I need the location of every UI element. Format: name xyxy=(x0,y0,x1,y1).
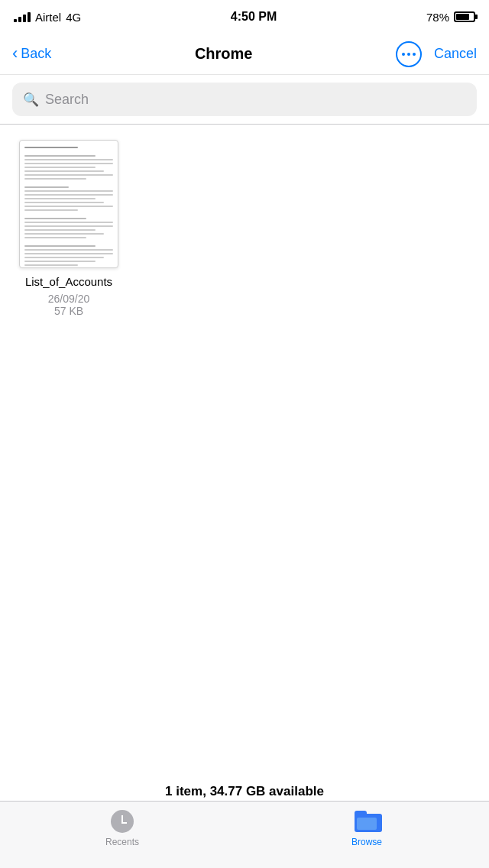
recents-tab-label: Recents xyxy=(105,837,139,847)
tab-bar: Recents Browse xyxy=(0,801,489,868)
battery-fill xyxy=(456,14,469,20)
browse-icon-wrap xyxy=(355,809,379,834)
network-label: 4G xyxy=(66,11,81,24)
search-placeholder: Search xyxy=(45,92,89,108)
cancel-button[interactable]: Cancel xyxy=(434,46,477,62)
storage-info: 1 item, 34.77 GB available xyxy=(165,784,324,798)
list-item[interactable]: List_of_Accounts 26/09/20 57 KB xyxy=(15,140,122,317)
nav-bar: ‹ Back Chrome Cancel xyxy=(0,34,489,75)
back-button[interactable]: ‹ Back xyxy=(12,46,51,62)
battery-icon xyxy=(454,11,475,22)
file-thumbnail xyxy=(19,140,118,268)
battery-pct-label: 78% xyxy=(426,11,449,24)
file-size: 57 KB xyxy=(54,305,83,317)
more-options-button[interactable] xyxy=(396,41,422,67)
search-bar[interactable]: 🔍 Search xyxy=(12,83,477,116)
search-container: 🔍 Search xyxy=(0,75,489,124)
tab-recents[interactable]: Recents xyxy=(84,809,160,847)
nav-title: Chrome xyxy=(195,45,253,63)
tab-browse[interactable]: Browse xyxy=(329,809,405,847)
signal-icon xyxy=(14,11,31,22)
search-icon: 🔍 xyxy=(23,92,39,108)
file-date: 26/09/20 xyxy=(48,293,90,305)
chevron-left-icon: ‹ xyxy=(12,45,18,62)
status-bar: Airtel 4G 4:50 PM 78% xyxy=(0,0,489,34)
ellipsis-icon xyxy=(402,53,416,56)
file-name: List_of_Accounts xyxy=(25,274,112,290)
recents-icon-wrap xyxy=(110,809,134,834)
folder-icon xyxy=(355,811,379,832)
browse-tab-label: Browse xyxy=(351,837,382,847)
file-grid: List_of_Accounts 26/09/20 57 KB xyxy=(0,125,489,332)
status-left: Airtel 4G xyxy=(14,11,81,24)
status-time: 4:50 PM xyxy=(231,10,277,24)
carrier-label: Airtel xyxy=(35,11,61,24)
back-label: Back xyxy=(21,46,51,62)
bottom-status: 1 item, 34.77 GB available xyxy=(0,784,489,799)
status-right: 78% xyxy=(426,11,475,24)
nav-right-actions: Cancel xyxy=(396,41,477,67)
clock-icon xyxy=(111,810,134,833)
